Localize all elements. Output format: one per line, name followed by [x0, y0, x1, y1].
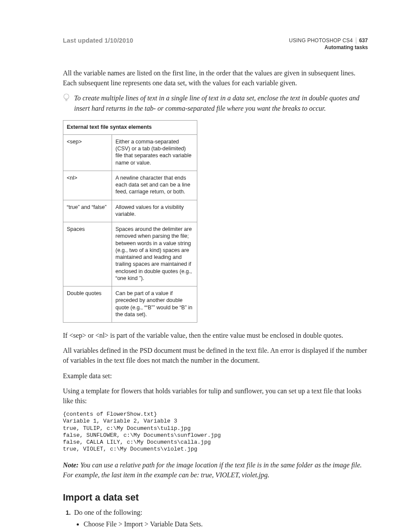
- syntax-key: <sep>: [63, 134, 112, 171]
- lightbulb-icon: [63, 93, 71, 113]
- list-item: Choose File > Import > Variable Data Set…: [84, 518, 368, 530]
- svg-point-0: [64, 94, 69, 99]
- tip-text: To create multiple lines of text in a si…: [74, 93, 368, 113]
- syntax-desc: Allowed values for a visibility variable…: [112, 200, 197, 222]
- list-item: Choose Image > Variables > Data Sets and…: [84, 530, 368, 532]
- table-row: Double quotes Can be part of a value if …: [63, 286, 197, 323]
- syntax-key: Spaces: [63, 222, 112, 286]
- steps-list: Do one of the following: Choose File > I…: [63, 507, 368, 532]
- content: All the variable names are listed on the…: [63, 37, 368, 532]
- table-row: Spaces Spaces around the delimiter are r…: [63, 222, 197, 286]
- note-text: You can use a relative path for the imag…: [63, 461, 362, 479]
- syntax-desc: A newline character that ends each data …: [112, 171, 197, 200]
- header-right: USING PHOTOSHOP CS4 637 Automating tasks: [289, 37, 368, 51]
- template-paragraph: Using a template for flowers that holds …: [63, 386, 368, 406]
- page: Last updated 1/10/2010 USING PHOTOSHOP C…: [0, 0, 411, 532]
- table-row: “true” and “false” Allowed values for a …: [63, 200, 197, 222]
- last-updated: Last updated 1/10/2010: [63, 37, 133, 44]
- syntax-desc: Either a comma-separated (CSV) or a tab …: [112, 134, 197, 171]
- sep-paragraph: If <sep> or <nl> is part of the variable…: [63, 330, 368, 340]
- table-row: <sep> Either a comma-separated (CSV) or …: [63, 134, 197, 171]
- vars-paragraph: All variables defined in the PSD documen…: [63, 345, 368, 365]
- syntax-key: <nl>: [63, 171, 112, 200]
- syntax-table: External text file syntax elements <sep>…: [63, 120, 197, 323]
- doc-title: USING PHOTOSHOP CS4: [289, 37, 353, 44]
- step-text: Do one of the following:: [74, 509, 142, 516]
- page-number: 637: [356, 37, 368, 44]
- code-block: {contents of FlowerShow.txt} Variable 1,…: [63, 411, 368, 453]
- syntax-desc: Spaces around the delimiter are removed …: [112, 222, 197, 286]
- step-item: Do one of the following: Choose File > I…: [72, 507, 368, 532]
- syntax-desc: Can be part of a value if preceded by an…: [112, 286, 197, 323]
- note-label: Note:: [63, 461, 78, 469]
- import-heading: Import a data set: [63, 492, 368, 503]
- tip-block: To create multiple lines of text in a si…: [63, 93, 368, 113]
- header-section: Automating tasks: [289, 44, 368, 51]
- syntax-key: Double quotes: [63, 286, 112, 323]
- intro-paragraph: All the variable names are listed on the…: [63, 68, 368, 88]
- sub-bullets: Choose File > Import > Variable Data Set…: [74, 518, 368, 532]
- syntax-key: “true” and “false”: [63, 200, 112, 222]
- table-row: <nl> A newline character that ends each …: [63, 171, 197, 200]
- example-label: Example data set:: [63, 371, 368, 381]
- page-header: Last updated 1/10/2010 USING PHOTOSHOP C…: [63, 37, 368, 51]
- note-block: Note: You can use a relative path for th…: [63, 460, 368, 480]
- table-title: External text file syntax elements: [63, 120, 197, 134]
